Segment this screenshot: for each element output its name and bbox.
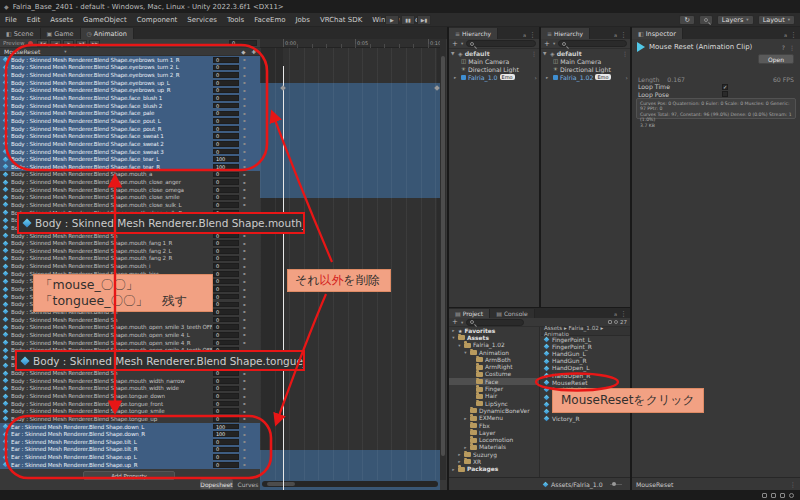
project-search-input[interactable] (466, 319, 524, 326)
tree-item-locomotion[interactable]: Locomotion (449, 436, 539, 443)
row-menu-icon[interactable]: ▪ (243, 409, 246, 414)
blendshape-value-field[interactable]: 0 (213, 370, 239, 376)
tab-scene[interactable]: ◧Scene (0, 28, 41, 39)
row-menu-icon[interactable]: ▪ (243, 149, 246, 154)
row-menu-icon[interactable]: ▪ (243, 439, 246, 444)
open-button[interactable]: Open (758, 54, 794, 64)
add-event-icon[interactable]: ✚ (251, 49, 256, 55)
blendshape-value-field[interactable]: 0 (213, 141, 239, 147)
blendshape-value-field[interactable]: 0 (213, 126, 239, 132)
row-menu-icon[interactable]: ▪ (243, 202, 246, 207)
row-menu-icon[interactable]: ▪ (243, 164, 246, 169)
row-menu-icon[interactable]: ▪ (243, 180, 246, 185)
menu-item-faceemo[interactable]: FaceEmo (249, 16, 290, 24)
blendshape-value-field[interactable]: 0 (213, 271, 239, 277)
clip-dropdown[interactable]: MouseReset (4, 48, 40, 55)
row-menu-icon[interactable]: ▪ (243, 172, 246, 177)
hierarchy-search-input[interactable] (558, 40, 627, 47)
slider-knob[interactable] (612, 482, 616, 486)
play-clip-button[interactable]: ▶ (63, 40, 74, 47)
menu-item-services[interactable]: Services (182, 16, 222, 24)
row-menu-icon[interactable]: ▪ (243, 187, 246, 192)
row-menu-icon[interactable]: ▪ (243, 287, 246, 292)
status-icon[interactable] (762, 493, 767, 498)
row-menu-icon[interactable]: ▪ (243, 264, 246, 269)
blendshape-value-field[interactable]: 0 (213, 65, 239, 71)
first-key-button[interactable]: ▮◀ (37, 40, 48, 47)
row-menu-icon[interactable]: ▪ (243, 302, 246, 307)
blendshape-value-field[interactable]: 0 (213, 179, 239, 185)
row-menu-icon[interactable]: ▪ (243, 195, 246, 200)
row-menu-icon[interactable]: ▪ (243, 317, 246, 322)
file-item-handgun_l[interactable]: HandGun_L (541, 350, 630, 357)
blendshape-value-field[interactable]: 0 (213, 302, 239, 308)
menu-item-edit[interactable]: Edit (22, 16, 46, 24)
blendshape-value-field[interactable]: 0 (213, 103, 239, 109)
menu-item-gameobject[interactable]: GameObject (78, 16, 132, 24)
row-menu-icon[interactable]: ▪ (243, 371, 246, 376)
blendshape-row[interactable]: Body : Skinned Mesh Renderer.Blend Shape… (0, 262, 260, 270)
blendshape-row[interactable]: Body : Skinned Mesh Renderer.Blend Shape… (0, 132, 260, 140)
row-menu-icon[interactable]: ▪ (243, 96, 246, 101)
playhead[interactable] (283, 66, 284, 490)
file-item-handopen_r[interactable]: HandOpen_R (541, 372, 630, 379)
blendshape-value-field[interactable]: 100 (213, 156, 239, 162)
blendshape-value-field[interactable]: 0 (213, 111, 239, 117)
blendshape-row[interactable]: Ear : Skinned Mesh Renderer.Blend Shape.… (0, 438, 260, 446)
blendshape-row[interactable]: Body : Skinned Mesh Renderer.Blend Shape… (0, 71, 260, 79)
menu-item-assets[interactable]: Assets (45, 16, 78, 24)
lock-icon[interactable]: a (614, 32, 617, 38)
curves-tab-button[interactable]: Curves (236, 479, 260, 489)
blendshape-value-field[interactable]: 0 (213, 439, 239, 445)
row-menu-icon[interactable]: ▪ (243, 88, 246, 93)
row-menu-icon[interactable]: ▪ (243, 65, 246, 70)
blendshape-value-field[interactable]: 0 (213, 57, 239, 63)
blendshape-value-field[interactable]: 0 (213, 133, 239, 139)
blendshape-row[interactable]: Body : Skinned Mesh Renderer.Blend Shape… (0, 377, 260, 385)
blendshape-value-field[interactable]: 0 (213, 378, 239, 384)
blendshape-row[interactable]: Body : Skinned Mesh Renderer.Blend Shape… (0, 140, 260, 148)
row-menu-icon[interactable]: ▪ (243, 432, 246, 437)
blendshape-value-field[interactable]: 0 (213, 416, 239, 422)
blendshape-value-field[interactable]: 0 (213, 248, 239, 254)
blendshape-row[interactable]: Body : Skinned Mesh Renderer.Blend Shape… (0, 385, 260, 393)
blendshape-value-field[interactable]: 0 (213, 279, 239, 285)
blendshape-row[interactable]: Ear : Skinned Mesh Renderer.Blend Shape.… (0, 423, 260, 431)
blendshape-value-field[interactable]: 0 (213, 187, 239, 193)
blendshape-row[interactable]: Body : Skinned Mesh Renderer.Blend Shape… (0, 331, 260, 339)
prefab-open-arrow[interactable]: › (626, 74, 628, 81)
preview-toggle[interactable]: Preview (3, 40, 24, 46)
blendshape-row[interactable]: Ear : Skinned Mesh Renderer.Blend Shape.… (0, 446, 260, 454)
row-menu-icon[interactable]: ▪ (243, 118, 246, 123)
dopesheet-area[interactable]: 0:000:050:10 (260, 39, 440, 480)
tab-project[interactable]: ▤Project (449, 309, 490, 318)
blendshape-value-field[interactable]: 0 (213, 317, 239, 323)
tree-item-exmenu[interactable]: ▸EXMenu (449, 415, 539, 422)
tree-item-xr[interactable]: ▸XR (449, 458, 539, 465)
blendshape-value-field[interactable]: 0 (213, 447, 239, 453)
blendshape-row[interactable]: Body : Skinned Mesh Renderer.Blend Shape… (0, 194, 260, 202)
blendshape-value-field[interactable]: 0 (213, 294, 239, 300)
tree-item-armboth[interactable]: ArmBoth (449, 356, 539, 363)
dopesheet-tab-button[interactable]: Dopesheet (200, 479, 233, 489)
blendshape-row[interactable]: Body : Skinned Mesh Renderer.Blend Shape… (0, 87, 260, 95)
favorites-filter-icon[interactable] (614, 320, 618, 324)
row-menu-icon[interactable]: ▪ (243, 57, 246, 62)
tree-item-materials[interactable]: ▸Materials (449, 444, 539, 451)
blendshape-value-field[interactable]: 0 (213, 286, 239, 292)
menu-item-jobs[interactable]: Jobs (290, 16, 314, 24)
blendshape-row[interactable]: Body : Skinned Mesh Renderer.Blend Shape… (0, 407, 260, 415)
blendshape-value-field[interactable]: 0 (213, 256, 239, 262)
tree-item-dynamicbonever[interactable]: DynamicBoneVer (449, 407, 539, 414)
row-menu-icon[interactable]: ▪ (243, 248, 246, 253)
vertical-scrollbar[interactable] (440, 39, 446, 480)
tree-item-layer[interactable]: Layer (449, 429, 539, 436)
breadcrumb[interactable]: Assets ▸ Falria_1.02 ▸ Animatio (541, 327, 630, 336)
help-icon[interactable]: ? (782, 44, 785, 51)
row-menu-icon[interactable]: ▪ (243, 134, 246, 139)
row-menu-icon[interactable]: ▪ (243, 455, 246, 460)
row-menu-icon[interactable]: ▪ (243, 271, 246, 276)
row-menu-icon[interactable]: ▪ (243, 80, 246, 85)
blendshape-value-field[interactable]: 0 (213, 149, 239, 155)
file-item-fingerpoint_r[interactable]: FingerPoint_R (541, 343, 630, 350)
